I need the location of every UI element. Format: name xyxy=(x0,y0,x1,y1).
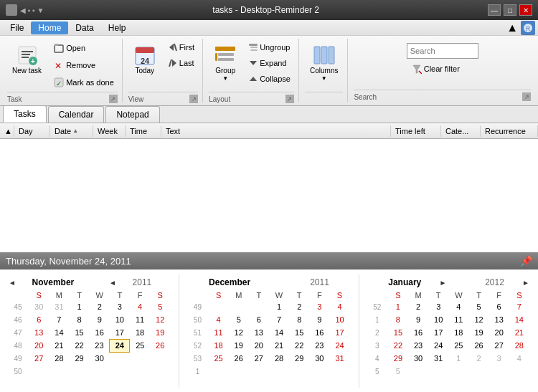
th-date[interactable]: Date ▲ xyxy=(50,125,93,137)
calendar-day[interactable]: 30 xyxy=(29,300,49,313)
calendar-day[interactable]: 6 xyxy=(249,313,269,326)
calendar-day[interactable] xyxy=(150,365,170,378)
november-year-prev[interactable]: ◄ xyxy=(109,279,116,287)
expand-button[interactable]: Expand xyxy=(245,56,294,70)
calendar-day[interactable] xyxy=(489,365,509,378)
calendar-day[interactable]: 2 xyxy=(289,300,309,313)
calendar-day[interactable]: 19 xyxy=(229,339,249,352)
menu-file[interactable]: File xyxy=(3,21,31,34)
calendar-day[interactable]: 23 xyxy=(90,339,110,352)
calendar-day[interactable]: 14 xyxy=(49,326,69,339)
calendar-day[interactable]: 25 xyxy=(448,339,468,352)
calendar-day[interactable]: 2 xyxy=(468,352,489,365)
today-button[interactable]: 24 Today xyxy=(128,40,161,92)
calendar-day[interactable]: 26 xyxy=(229,352,249,365)
tab-notepad[interactable]: Notepad xyxy=(105,106,159,123)
calendar-day[interactable]: 4 xyxy=(130,300,150,313)
close-button[interactable]: ✕ xyxy=(519,4,532,16)
calendar-day[interactable]: 6 xyxy=(489,300,509,313)
calendar-day[interactable]: 29 xyxy=(289,352,309,365)
calendar-day[interactable]: 3 xyxy=(110,300,130,313)
menu-data[interactable]: Data xyxy=(68,21,100,34)
calendar-day[interactable]: 27 xyxy=(489,339,509,352)
calendar-day[interactable]: 13 xyxy=(489,313,509,326)
layout-group-expand[interactable]: ↗ xyxy=(285,95,294,103)
calendar-day[interactable]: 10 xyxy=(110,313,130,326)
calendar-day[interactable]: 11 xyxy=(208,326,228,339)
calendar-day[interactable]: 17 xyxy=(329,326,349,339)
calendar-day[interactable]: 16 xyxy=(90,326,110,339)
calendar-day[interactable] xyxy=(150,352,170,365)
calendar-day[interactable]: 11 xyxy=(130,313,150,326)
calendar-day[interactable]: 5 xyxy=(388,365,408,378)
january-year-next[interactable]: ► xyxy=(522,279,529,287)
new-task-button[interactable]: + New task xyxy=(7,40,47,92)
calendar-day[interactable]: 29 xyxy=(69,352,89,365)
mark-done-button[interactable]: ✓ Mark as done xyxy=(49,75,118,90)
calendar-day[interactable] xyxy=(428,365,448,378)
calendar-day[interactable]: 4 xyxy=(448,300,468,313)
calendar-day[interactable]: 30 xyxy=(408,352,428,365)
tab-tasks[interactable]: Tasks xyxy=(3,105,47,123)
th-day[interactable]: Day xyxy=(14,125,50,137)
calendar-day[interactable]: 21 xyxy=(269,339,289,352)
calendar-day[interactable]: 31 xyxy=(49,300,69,313)
minimize-button[interactable]: — xyxy=(488,4,501,16)
calendar-day[interactable] xyxy=(29,365,49,378)
calendar-day[interactable]: 10 xyxy=(329,313,349,326)
calendar-day[interactable]: 29 xyxy=(388,352,408,365)
open-button[interactable]: Open xyxy=(49,40,118,56)
collapse-button[interactable]: Collapse xyxy=(245,72,294,86)
calendar-day[interactable]: 12 xyxy=(229,326,249,339)
calendar-day[interactable]: 19 xyxy=(150,326,170,339)
january-next[interactable]: ► xyxy=(439,279,446,287)
calendar-day[interactable]: 20 xyxy=(249,339,269,352)
calendar-day[interactable]: 3 xyxy=(428,300,448,313)
calendar-day[interactable]: 4 xyxy=(329,300,349,313)
first-button[interactable]: First xyxy=(164,40,198,54)
calendar-day[interactable] xyxy=(249,300,269,313)
calendar-day[interactable]: 24 xyxy=(329,339,349,352)
pin-icon[interactable]: 📌 xyxy=(520,255,532,267)
view-group-expand[interactable]: ↗ xyxy=(189,95,198,103)
calendar-day[interactable]: 28 xyxy=(269,352,289,365)
calendar-day[interactable] xyxy=(309,365,329,378)
calendar-day[interactable] xyxy=(49,365,69,378)
calendar-day[interactable]: 1 xyxy=(69,300,89,313)
calendar-day[interactable]: 26 xyxy=(468,339,489,352)
calendar-day[interactable] xyxy=(69,365,89,378)
calendar-day[interactable]: 18 xyxy=(208,339,228,352)
calendar-day[interactable]: 24 xyxy=(110,339,130,352)
th-category[interactable]: Cate... xyxy=(441,125,481,137)
calendar-day[interactable] xyxy=(448,365,468,378)
calendar-day[interactable] xyxy=(269,365,289,378)
calendar-day[interactable]: 7 xyxy=(269,313,289,326)
th-week[interactable]: Week xyxy=(93,125,126,137)
calendar-day[interactable] xyxy=(509,365,529,378)
calendar-day[interactable]: 9 xyxy=(90,313,110,326)
ungroup-button[interactable]: Ungroup xyxy=(245,40,294,54)
calendar-day[interactable]: 28 xyxy=(509,339,529,352)
calendar-day[interactable]: 25 xyxy=(208,352,228,365)
calendar-day[interactable] xyxy=(130,352,150,365)
calendar-day[interactable]: 4 xyxy=(208,313,228,326)
calendar-day[interactable] xyxy=(110,352,130,365)
calendar-day[interactable]: 31 xyxy=(329,352,349,365)
calendar-day[interactable] xyxy=(229,300,249,313)
calendar-day[interactable]: 30 xyxy=(90,352,110,365)
calendar-day[interactable]: 8 xyxy=(69,313,89,326)
november-prev[interactable]: ◄ xyxy=(9,279,16,287)
calendar-day[interactable] xyxy=(130,365,150,378)
calendar-day[interactable]: 18 xyxy=(448,326,468,339)
menu-help[interactable]: Help xyxy=(101,21,133,34)
search-group-expand[interactable]: ↗ xyxy=(522,92,531,101)
tab-calendar[interactable]: Calendar xyxy=(48,106,105,123)
calendar-day[interactable]: 9 xyxy=(309,313,329,326)
calendar-day[interactable]: 16 xyxy=(309,326,329,339)
calendar-day[interactable]: 8 xyxy=(388,313,408,326)
calendar-day[interactable]: 22 xyxy=(388,339,408,352)
ribbon-up-arrow[interactable]: ▲ xyxy=(506,21,518,34)
calendar-day[interactable]: 3 xyxy=(309,300,329,313)
calendar-day[interactable] xyxy=(249,365,269,378)
calendar-day[interactable] xyxy=(289,365,309,378)
